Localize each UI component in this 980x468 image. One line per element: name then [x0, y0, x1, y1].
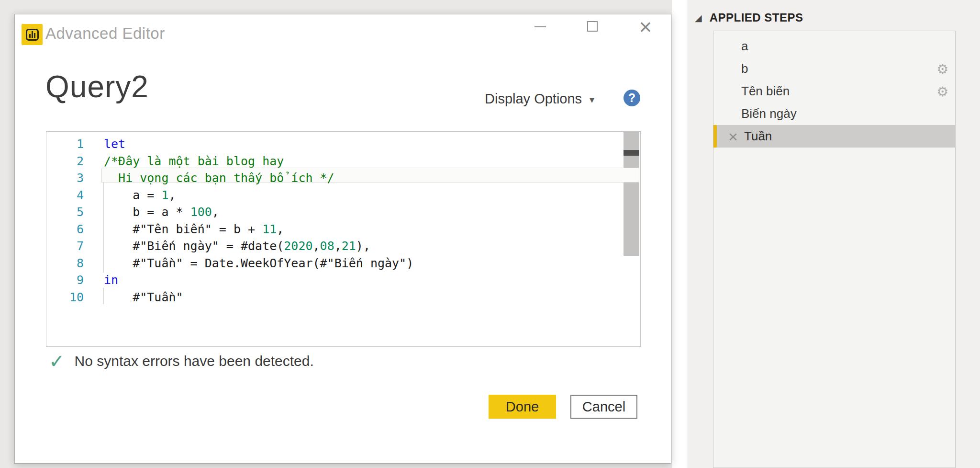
- code-lines: 1let2/*Đây là một bài blog hay3 Hi vọng …: [46, 136, 640, 306]
- gear-icon[interactable]: ⚙: [936, 61, 948, 77]
- code-text: in: [84, 272, 118, 289]
- gear-icon[interactable]: ⚙: [936, 83, 948, 99]
- step-row-a[interactable]: a: [713, 35, 955, 57]
- query-name-title: Query2: [45, 69, 149, 104]
- code-text: a = 1,: [84, 187, 176, 204]
- line-number: 3: [46, 170, 84, 187]
- applied-steps-list: ab⚙Tên biến⚙Biến ngày×Tuần: [713, 31, 956, 468]
- help-button[interactable]: ?: [624, 90, 640, 106]
- question-mark-icon: ?: [628, 91, 635, 105]
- step-row-b[interactable]: b⚙: [713, 57, 955, 80]
- display-options-dropdown[interactable]: Display Options ▾: [485, 90, 594, 107]
- code-line-7[interactable]: 7 #"Biến ngày" = #date(2020,08,21),: [46, 238, 640, 255]
- line-number: 9: [46, 272, 84, 289]
- power-bi-logo-icon: [22, 24, 43, 45]
- applied-steps-title: APPLIED STEPS: [710, 11, 803, 24]
- step-row-Biến ngày[interactable]: Biến ngày: [713, 103, 955, 125]
- code-text: let: [84, 136, 125, 153]
- power-bi-query-editor-screen: ◢ APPLIED STEPS ab⚙Tên biến⚙Biến ngày×Tu…: [0, 0, 980, 468]
- line-number: 2: [46, 153, 84, 170]
- line-number: 10: [46, 289, 84, 306]
- close-button[interactable]: ×: [637, 14, 654, 39]
- line-number: 8: [46, 255, 84, 272]
- code-line-3[interactable]: 3 Hi vọng các bạn thấy bổ ích */: [46, 170, 640, 187]
- cancel-button[interactable]: Cancel: [570, 395, 637, 419]
- code-line-9[interactable]: 9in: [46, 272, 640, 289]
- code-line-2[interactable]: 2/*Đây là một bài blog hay: [46, 153, 640, 170]
- code-line-8[interactable]: 8 #"Tuần" = Date.WeekOfYear(#"Biến ngày"…: [46, 255, 640, 272]
- window-title: Advanced Editor: [45, 24, 165, 43]
- code-editor[interactable]: 1let2/*Đây là một bài blog hay3 Hi vọng …: [46, 131, 641, 347]
- selected-step-accent-bar: [713, 125, 717, 148]
- code-line-1[interactable]: 1let: [46, 136, 640, 153]
- advanced-editor-dialog: Advanced Editor × Query2 Display Options…: [14, 14, 671, 464]
- step-label: Tên biến: [741, 84, 790, 99]
- step-label: Biến ngày: [741, 106, 797, 121]
- step-row-Tên biến[interactable]: Tên biến⚙: [713, 80, 955, 103]
- checkmark-icon: ✓: [49, 352, 65, 371]
- syntax-status: ✓ No syntax errors have been detected.: [49, 352, 314, 371]
- step-row-Tuần[interactable]: ×Tuần: [713, 125, 955, 148]
- line-number: 5: [46, 204, 84, 221]
- code-line-4[interactable]: 4 a = 1,: [46, 187, 640, 204]
- chevron-down-icon: ▾: [590, 92, 594, 105]
- delete-step-icon[interactable]: ×: [727, 128, 739, 145]
- code-text: #"Biến ngày" = #date(2020,08,21),: [84, 238, 370, 255]
- code-text: #"Tuần" = Date.WeekOfYear(#"Biến ngày"): [84, 255, 413, 272]
- query-settings-pane: ◢ APPLIED STEPS ab⚙Tên biến⚙Biến ngày×Tu…: [688, 0, 980, 468]
- line-number: 6: [46, 221, 84, 238]
- background-strip: [672, 0, 688, 468]
- code-text: b = a * 100,: [84, 204, 219, 221]
- maximize-button[interactable]: [587, 21, 598, 32]
- syntax-status-message: No syntax errors have been detected.: [75, 353, 314, 369]
- minimize-button[interactable]: [533, 20, 548, 34]
- line-number: 4: [46, 187, 84, 204]
- minimize-icon: [535, 26, 546, 27]
- code-line-10[interactable]: 10 #"Tuần": [46, 289, 640, 306]
- line-number: 1: [46, 136, 84, 153]
- step-label: Tuần: [744, 129, 772, 144]
- step-label: b: [741, 61, 748, 76]
- code-line-6[interactable]: 6 #"Tên biến" = b + 11,: [46, 221, 640, 238]
- code-text: Hi vọng các bạn thấy bổ ích */: [84, 170, 334, 187]
- collapse-triangle-icon[interactable]: ◢: [695, 12, 702, 23]
- applied-steps-header: ◢ APPLIED STEPS: [695, 11, 803, 25]
- display-options-label: Display Options: [485, 91, 582, 107]
- line-number: 7: [46, 238, 84, 255]
- code-text: #"Tên biến" = b + 11,: [84, 221, 284, 238]
- done-button[interactable]: Done: [489, 395, 556, 419]
- code-line-5[interactable]: 5 b = a * 100,: [46, 204, 640, 221]
- code-text: #"Tuần": [84, 289, 183, 306]
- bar-chart-glyph: [26, 29, 39, 41]
- code-text: /*Đây là một bài blog hay: [84, 153, 284, 170]
- step-label: a: [741, 39, 748, 54]
